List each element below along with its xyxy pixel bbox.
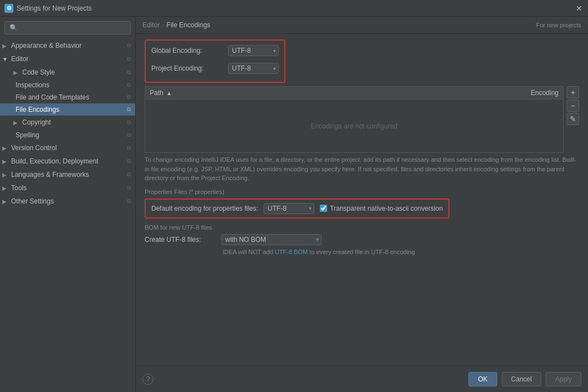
sidebar-item-label: Tools: [11, 184, 27, 192]
sidebar-item-file-templates[interactable]: File and Code Templates ⧉: [0, 91, 135, 103]
expand-arrow-icon: ▶: [2, 199, 9, 205]
sidebar-item-label: Code Style: [22, 68, 55, 76]
sidebar-item-code-style[interactable]: ▶ Code Style ⧉: [0, 66, 135, 79]
bom-select[interactable]: with NO BOM with BOM: [221, 234, 322, 245]
scrollable-content: Global Encoding: UTF-8 UTF-16 ISO-8859-1: [136, 34, 588, 366]
encoding-section: Global Encoding: UTF-8 UTF-16 ISO-8859-1: [145, 39, 579, 83]
copy-icon: ⧉: [127, 94, 131, 101]
breadcrumb-parent: Editor: [142, 21, 160, 29]
copy-icon: ⧉: [127, 198, 131, 205]
copy-icon: ⧉: [127, 185, 131, 191]
sidebar-item-editor[interactable]: ▼ Editor ⧉: [0, 52, 135, 66]
sidebar-item-label: Editor: [11, 55, 28, 63]
breadcrumb-current: File Encodings: [166, 21, 210, 29]
properties-section-title: Properties Files (*.properties): [145, 188, 579, 195]
sidebar-item-appearance[interactable]: ▶ Appearance & Behavior ⧉: [0, 39, 135, 52]
table-section: Path ▲ Encoding Encodings are not config…: [145, 86, 579, 153]
expand-arrow-icon: ▶: [13, 70, 20, 76]
copy-icon: ⧉: [127, 56, 131, 62]
properties-section: Properties Files (*.properties) Default …: [136, 188, 588, 224]
sidebar-item-label: File Encodings: [16, 106, 60, 113]
bom-info-prefix: IDEA will NOT add: [223, 249, 275, 255]
sidebar-item-label: Copyright: [22, 118, 51, 126]
sidebar-item-other-settings[interactable]: ▶ Other Settings ⧉: [0, 195, 135, 208]
sidebar-item-label: File and Code Templates: [16, 93, 90, 101]
copy-icon: ⧉: [127, 145, 131, 151]
app-icon: ⚙: [4, 4, 13, 13]
sidebar-item-copyright[interactable]: ▶ Copyright ⧉: [0, 116, 135, 129]
content-area: Editor › File Encodings For new projects…: [136, 17, 588, 392]
sidebar-item-spelling[interactable]: Spelling ⧉: [0, 129, 135, 141]
sidebar-item-label: Appearance & Behavior: [11, 42, 82, 49]
global-encoding-select[interactable]: UTF-8 UTF-16 ISO-8859-1: [228, 45, 279, 56]
transparent-conversion-wrap: Transparent native-to-ascii conversion: [320, 205, 443, 212]
add-path-button[interactable]: +: [567, 86, 579, 98]
sidebar-item-languages[interactable]: ▶ Languages & Frameworks ⧉: [0, 168, 135, 181]
expand-arrow-icon: ▶: [2, 43, 9, 49]
close-button[interactable]: ✕: [575, 4, 584, 13]
encoding-header: Encoding: [492, 89, 559, 97]
bom-row: Create UTF-8 files: with NO BOM with BOM: [145, 234, 579, 245]
sidebar-item-label: Spelling: [16, 131, 39, 139]
table-empty-message: Encodings are not configured: [310, 122, 397, 130]
project-encoding-row: Project Encoding: UTF-8 UTF-16 ISO-8859-…: [151, 63, 279, 74]
title-bar: ⚙ Settings for New Projects ✕: [0, 0, 588, 17]
properties-encoding-select[interactable]: UTF-8 UTF-16 ISO-8859-1: [264, 203, 314, 214]
copy-icon: ⧉: [127, 132, 131, 138]
sidebar-item-tools[interactable]: ▶ Tools ⧉: [0, 181, 135, 195]
sidebar-item-label: Inspections: [16, 81, 50, 89]
copy-icon: ⧉: [127, 82, 131, 88]
expand-arrow-icon: ▶: [13, 120, 20, 126]
prop-label: Default encoding for properties files:: [151, 205, 258, 212]
copy-icon: ⧉: [127, 69, 131, 76]
bottom-bar: ? OK Cancel Apply: [136, 366, 588, 392]
sidebar-section: ▶ Appearance & Behavior ⧉ ▼ Editor ⧉ ▶ C…: [0, 39, 135, 208]
apply-button[interactable]: Apply: [546, 372, 581, 386]
copy-icon: ⧉: [127, 171, 131, 178]
sidebar-item-label: Languages & Frameworks: [11, 171, 89, 178]
project-encoding-select[interactable]: UTF-8 UTF-16 ISO-8859-1: [228, 63, 279, 74]
sort-arrow-icon: ▲: [166, 90, 172, 96]
edit-path-button[interactable]: ✎: [567, 113, 579, 125]
bom-section-title: BOM for new UTF-8 files: [145, 224, 579, 231]
ok-button[interactable]: OK: [468, 372, 497, 386]
bom-section: BOM for new UTF-8 files Create UTF-8 fil…: [136, 224, 588, 261]
sidebar-item-label: Other Settings: [11, 197, 54, 205]
utf8-bom-link[interactable]: UTF-8 BOM: [275, 249, 308, 255]
expand-arrow-icon: ▶: [2, 145, 9, 151]
sidebar: ▶ Appearance & Behavior ⧉ ▼ Editor ⧉ ▶ C…: [0, 17, 136, 392]
sidebar-item-file-encodings[interactable]: File Encodings ⧉: [0, 103, 135, 116]
global-encoding-row: Global Encoding: UTF-8 UTF-16 ISO-8859-1: [151, 45, 279, 56]
breadcrumb: Editor › File Encodings For new projects: [136, 17, 588, 34]
transparent-conversion-checkbox[interactable]: [320, 205, 327, 212]
bom-info: IDEA will NOT add UTF-8 BOM to every cre…: [145, 249, 579, 255]
main-layout: ▶ Appearance & Behavior ⧉ ▼ Editor ⧉ ▶ C…: [0, 17, 588, 392]
breadcrumb-tab: For new projects: [536, 22, 581, 28]
sidebar-item-inspections[interactable]: Inspections ⧉: [0, 79, 135, 91]
sidebar-item-version-control[interactable]: ▶ Version Control ⧉: [0, 141, 135, 155]
title-bar-left: ⚙ Settings for New Projects: [4, 4, 92, 13]
remove-path-button[interactable]: −: [567, 100, 579, 112]
copy-icon: ⧉: [127, 158, 131, 165]
properties-box: Default encoding for properties files: U…: [145, 199, 449, 219]
project-encoding-select-wrap: UTF-8 UTF-16 ISO-8859-1: [228, 63, 279, 74]
scroll-inner: Global Encoding: UTF-8 UTF-16 ISO-8859-1: [136, 39, 588, 266]
cancel-button[interactable]: Cancel: [502, 372, 541, 386]
bom-info-suffix: to every created file in UTF-8 encoding: [308, 249, 415, 255]
sidebar-item-label: Version Control: [11, 144, 57, 152]
info-text: To change encoding IntelliJ IDEA uses fo…: [145, 155, 579, 183]
expand-arrow-icon: ▶: [2, 172, 9, 178]
expand-arrow-icon: ▶: [2, 158, 9, 165]
copy-icon: ⧉: [127, 119, 131, 126]
breadcrumb-separator: ›: [162, 21, 164, 29]
checkbox-label: Transparent native-to-ascii conversion: [330, 205, 443, 212]
prop-select-wrap: UTF-8 UTF-16 ISO-8859-1: [264, 203, 314, 214]
sidebar-item-build[interactable]: ▶ Build, Execution, Deployment ⧉: [0, 155, 135, 168]
table-side-buttons: + − ✎: [567, 86, 579, 153]
encoding-box: Global Encoding: UTF-8 UTF-16 ISO-8859-1: [145, 39, 285, 83]
help-button[interactable]: ?: [142, 374, 154, 385]
window-title: Settings for New Projects: [17, 4, 92, 12]
search-input[interactable]: [4, 21, 131, 34]
bom-label: Create UTF-8 files:: [145, 236, 217, 244]
path-header: Path ▲: [150, 89, 492, 97]
